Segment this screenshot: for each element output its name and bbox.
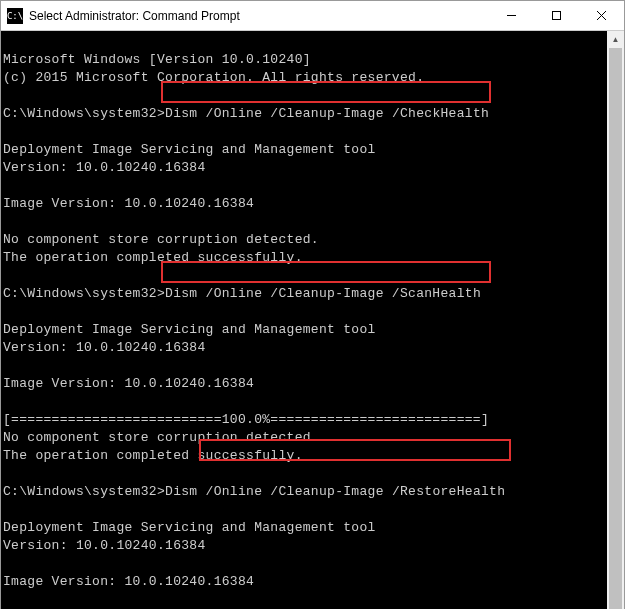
window-controls bbox=[489, 1, 624, 30]
output-line: No component store corruption detected. bbox=[3, 429, 607, 447]
output-line bbox=[3, 357, 607, 375]
output-line bbox=[3, 303, 607, 321]
output-line: Deployment Image Servicing and Managemen… bbox=[3, 321, 607, 339]
output-line: Image Version: 10.0.10240.16384 bbox=[3, 195, 607, 213]
output-line bbox=[3, 393, 607, 411]
terminal-area: Microsoft Windows [Version 10.0.10240](c… bbox=[1, 31, 624, 609]
output-line: Version: 10.0.10240.16384 bbox=[3, 339, 607, 357]
output-line: The operation completed successfully. bbox=[3, 249, 607, 267]
output-line bbox=[3, 465, 607, 483]
terminal-output[interactable]: Microsoft Windows [Version 10.0.10240](c… bbox=[1, 31, 607, 609]
command-text: /Online /Cleanup-Image /RestoreHealth bbox=[206, 484, 506, 499]
output-line bbox=[3, 501, 607, 519]
output-line bbox=[3, 87, 607, 105]
minimize-button[interactable] bbox=[489, 1, 534, 30]
highlight-checkhealth: /Online /Cleanup-Image /CheckHealth bbox=[206, 105, 490, 123]
close-icon bbox=[596, 10, 607, 21]
window-title: Select Administrator: Command Prompt bbox=[29, 9, 489, 23]
output-line bbox=[3, 213, 607, 231]
vertical-scrollbar[interactable]: ▲ ▼ bbox=[607, 31, 624, 609]
prompt-text: C:\Windows\system32>Dism bbox=[3, 106, 206, 121]
output-line: Image Version: 10.0.10240.16384 bbox=[3, 573, 607, 591]
output-line: C:\Windows\system32>Dism /Online /Cleanu… bbox=[3, 483, 607, 501]
highlight-scanhealth: Dism /Online /Cleanup-Image /ScanHealth bbox=[165, 285, 481, 303]
output-line: Version: 10.0.10240.16384 bbox=[3, 537, 607, 555]
minimize-icon bbox=[506, 10, 517, 21]
maximize-icon bbox=[551, 10, 562, 21]
output-line: C:\Windows\system32>Dism /Online /Cleanu… bbox=[3, 105, 607, 123]
output-line bbox=[3, 555, 607, 573]
output-line: No component store corruption detected. bbox=[3, 231, 607, 249]
output-line: (c) 2015 Microsoft Corporation. All righ… bbox=[3, 69, 607, 87]
scrollbar-up-arrow-icon[interactable]: ▲ bbox=[607, 31, 624, 48]
output-line: Deployment Image Servicing and Managemen… bbox=[3, 519, 607, 537]
highlight-restorehealth: /Online /Cleanup-Image /RestoreHealth bbox=[206, 483, 506, 501]
output-line bbox=[3, 267, 607, 285]
output-line bbox=[3, 591, 607, 609]
output-line: Image Version: 10.0.10240.16384 bbox=[3, 375, 607, 393]
output-line: [==========================100.0%=======… bbox=[3, 411, 607, 429]
output-line bbox=[3, 177, 607, 195]
prompt-text: C:\Windows\system32> bbox=[3, 286, 165, 301]
output-line bbox=[3, 123, 607, 141]
maximize-button[interactable] bbox=[534, 1, 579, 30]
output-line: The operation completed successfully. bbox=[3, 447, 607, 465]
svg-rect-1 bbox=[553, 12, 561, 20]
output-line: Deployment Image Servicing and Managemen… bbox=[3, 141, 607, 159]
titlebar[interactable]: C:\ Select Administrator: Command Prompt bbox=[1, 1, 624, 31]
command-text: /Online /Cleanup-Image /CheckHealth bbox=[206, 106, 490, 121]
prompt-text: C:\Windows\system32>Dism bbox=[3, 484, 206, 499]
scrollbar-thumb[interactable] bbox=[609, 48, 622, 609]
cmd-icon: C:\ bbox=[7, 8, 23, 24]
command-text: Dism /Online /Cleanup-Image /ScanHealth bbox=[165, 286, 481, 301]
scrollbar-track[interactable] bbox=[607, 48, 624, 609]
output-line: C:\Windows\system32>Dism /Online /Cleanu… bbox=[3, 285, 607, 303]
close-button[interactable] bbox=[579, 1, 624, 30]
command-prompt-window: C:\ Select Administrator: Command Prompt… bbox=[0, 0, 625, 609]
output-line: Microsoft Windows [Version 10.0.10240] bbox=[3, 51, 607, 69]
output-line: Version: 10.0.10240.16384 bbox=[3, 159, 607, 177]
